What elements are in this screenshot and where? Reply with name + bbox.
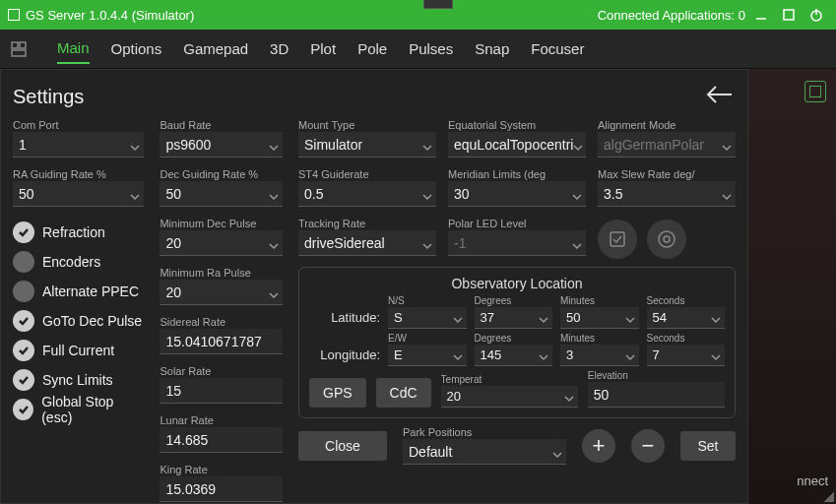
tab-snap[interactable]: Snap [475, 34, 509, 63]
toggle-refraction[interactable]: Refraction [13, 218, 144, 247]
svg-rect-5 [20, 42, 26, 48]
power-button[interactable] [804, 3, 828, 27]
toggle-label: Global Stop (esc) [41, 394, 144, 425]
resize-grip[interactable] [824, 492, 834, 502]
lon-deg-dropdown[interactable]: 145 [475, 345, 553, 366]
settings-gear-button[interactable] [647, 220, 686, 259]
toggle-indicator [13, 251, 34, 273]
baud-label: Baud Rate [160, 119, 283, 131]
park-dropdown[interactable]: Default [403, 439, 566, 465]
tab-plot[interactable]: Plot [310, 34, 336, 63]
app-version: 1.0.4.4 [89, 8, 128, 23]
min-ra-pulse-dropdown[interactable]: 20 [160, 280, 283, 305]
toggle-label: Encoders [42, 254, 100, 270]
sidereal-field[interactable]: 15.0410671787 [160, 329, 283, 354]
align-mode-dropdown[interactable]: algGermanPolar [598, 132, 736, 158]
remove-park-button[interactable]: − [631, 429, 665, 463]
observatory-location-box: Observatory Location Latitude: N/SS Degr… [298, 267, 736, 418]
toggle-global-stop-esc-[interactable]: Global Stop (esc) [13, 395, 144, 424]
toggle-alternate-ppec[interactable]: Alternate PPEC [13, 277, 144, 306]
dec-guide-dropdown[interactable]: 50 [160, 181, 283, 207]
panel-title: Settings [13, 86, 84, 108]
svg-rect-8 [611, 232, 624, 246]
svg-rect-6 [12, 50, 26, 56]
toggle-full-current[interactable]: Full Current [13, 336, 144, 365]
app-icon [8, 9, 20, 21]
toggle-indicator [13, 369, 34, 391]
toggle-indicator [13, 310, 34, 332]
maximize-button[interactable] [777, 3, 801, 27]
min-dec-pulse-dropdown[interactable]: 20 [160, 230, 283, 256]
tab-3d[interactable]: 3D [270, 34, 289, 63]
ns-dropdown[interactable]: S [388, 307, 467, 329]
min-dec-pulse-label: Minimum Dec Pulse [160, 218, 283, 229]
tracking-dropdown[interactable]: driveSidereal [298, 230, 436, 256]
svg-point-10 [659, 231, 675, 247]
max-slew-label: Max Slew Rate deg/ [598, 168, 736, 180]
lunar-field[interactable]: 14.685 [160, 427, 283, 453]
tab-gamepad[interactable]: Gamepad [183, 34, 248, 63]
toggle-label: Refraction [42, 224, 105, 240]
main-backdrop: nnect [748, 69, 836, 504]
ra-guide-dropdown[interactable]: 50 [13, 181, 144, 207]
connected-label: Connected Applications: [598, 8, 735, 23]
mount-type-dropdown[interactable]: Simulator [298, 132, 436, 158]
park-label: Park Positions [403, 426, 566, 438]
align-mode-label: Alignment Mode [598, 119, 736, 131]
solar-field[interactable]: 15 [160, 378, 283, 404]
lat-min-dropdown[interactable]: 50 [560, 307, 639, 329]
tab-main[interactable]: Main [57, 33, 90, 64]
svg-point-9 [664, 236, 670, 242]
toggle-indicator [13, 281, 34, 302]
eq-system-dropdown[interactable]: equLocalTopocentri [448, 132, 586, 158]
tab-focuser[interactable]: Focuser [531, 34, 584, 63]
eq-system-label: Equatorial System [448, 119, 586, 131]
com-port-dropdown[interactable]: 1 [13, 132, 144, 158]
max-slew-dropdown[interactable]: 3.5 [598, 181, 736, 207]
tab-pulses[interactable]: Pulses [409, 34, 453, 63]
king-field[interactable]: 15.0369 [160, 476, 283, 502]
toggle-encoders[interactable]: Encoders [13, 247, 144, 277]
st4-dropdown[interactable]: 0.5 [298, 181, 436, 207]
elevation-field[interactable]: 50 [588, 382, 725, 408]
set-button[interactable]: Set [680, 431, 736, 461]
back-button[interactable] [704, 85, 736, 108]
lat-sec-dropdown[interactable]: 54 [647, 307, 726, 329]
svg-rect-1 [784, 10, 794, 20]
layout-icon[interactable] [10, 40, 28, 58]
connected-count: 0 [739, 8, 745, 23]
meridian-label: Meridian Limits (deg [448, 168, 586, 180]
settings-panel: Settings Com Port 1 RA Guiding Rate % 50… [0, 69, 748, 504]
lunar-label: Lunar Rate [160, 414, 283, 426]
ew-dropdown[interactable]: E [388, 345, 467, 366]
tab-pole[interactable]: Pole [357, 34, 387, 63]
toggle-goto-dec-pulse[interactable]: GoTo Dec Pulse [13, 306, 144, 336]
tab-options[interactable]: Options [111, 34, 162, 63]
tab-strip: Main Options Gamepad 3D Plot Pole Pulses… [0, 30, 836, 69]
close-button[interactable]: Close [298, 431, 387, 461]
lon-min-dropdown[interactable]: 3 [560, 345, 639, 366]
baud-dropdown[interactable]: ps9600 [160, 132, 283, 158]
add-park-button[interactable]: + [582, 429, 615, 463]
toggle-indicator [13, 399, 33, 420]
polar-led-dropdown[interactable]: -1 [448, 230, 586, 256]
com-port-label: Com Port [13, 119, 144, 131]
minimize-button[interactable] [749, 3, 773, 27]
temperature-dropdown[interactable]: 20 [441, 386, 578, 408]
lon-sec-dropdown[interactable]: 7 [647, 345, 726, 366]
st4-label: ST4 Guiderate [298, 168, 436, 180]
connect-button-partial[interactable]: nnect [797, 473, 828, 488]
obs-title: Observatory Location [309, 276, 725, 291]
toggle-indicator [13, 340, 34, 361]
app-mode: (Simulator) [132, 8, 195, 23]
apply-button[interactable] [598, 220, 637, 259]
gps-button[interactable]: GPS [309, 378, 366, 408]
toggle-label: Alternate PPEC [42, 284, 139, 299]
toggle-sync-limits[interactable]: Sync Limits [13, 365, 144, 395]
toggle-label: Full Current [42, 343, 114, 358]
cdc-button[interactable]: CdC [376, 378, 431, 408]
toggle-label: Sync Limits [42, 372, 113, 388]
king-label: King Rate [160, 464, 283, 475]
meridian-dropdown[interactable]: 30 [448, 181, 586, 207]
lat-deg-dropdown[interactable]: 37 [475, 307, 553, 329]
